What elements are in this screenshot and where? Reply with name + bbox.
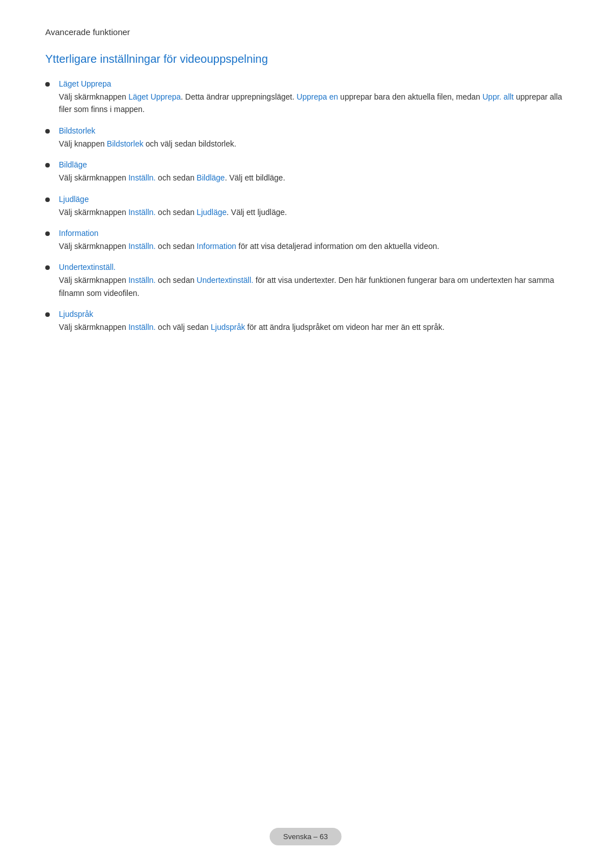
bullet-icon — [45, 231, 50, 236]
item-heading-bildstorlek: Bildstorlek — [59, 126, 566, 135]
list-item: LjudlägeVälj skärmknappen Inställn. och … — [45, 195, 566, 218]
inline-link[interactable]: Ljudspråk — [211, 323, 246, 332]
page-footer: Svenska – 63 — [270, 828, 342, 845]
item-description-bildstorlek: Välj knappen Bildstorlek och välj sedan … — [59, 137, 566, 150]
section-title: Ytterligare inställningar för videouppsp… — [45, 53, 566, 66]
item-heading-ljudlage: Ljudläge — [59, 195, 566, 204]
item-heading-laget-upprepa: Läget Upprepa — [59, 79, 566, 88]
inline-link[interactable]: Uppr. allt — [483, 92, 514, 101]
item-description-ljudlage: Välj skärmknappen Inställn. och sedan Lj… — [59, 206, 566, 218]
inline-link[interactable]: Inställn. — [128, 242, 156, 251]
item-content: InformationVälj skärmknappen Inställn. o… — [59, 229, 566, 252]
inline-link[interactable]: Inställn. — [128, 323, 156, 332]
list-item: InformationVälj skärmknappen Inställn. o… — [45, 229, 566, 252]
item-heading-bildlage: Bildläge — [59, 160, 566, 169]
item-heading-undertextinstall: Undertextinställ. — [59, 263, 566, 272]
bullet-icon — [45, 129, 50, 134]
inline-link[interactable]: Upprepa en — [296, 92, 338, 101]
inline-link[interactable]: Undertextinställ. — [197, 276, 253, 285]
list-item: LjudspråkVälj skärmknappen Inställn. och… — [45, 310, 566, 333]
bullet-icon — [45, 163, 50, 167]
inline-link[interactable]: Inställn. — [128, 276, 156, 285]
item-description-laget-upprepa: Välj skärmknappen Läget Upprepa. Detta ä… — [59, 91, 566, 116]
item-description-ljudsprak: Välj skärmknappen Inställn. och välj sed… — [59, 321, 566, 333]
item-content: BildlägeVälj skärmknappen Inställn. och … — [59, 160, 566, 184]
item-content: Läget UpprepaVälj skärmknappen Läget Upp… — [59, 79, 566, 116]
item-content: Undertextinställ.Välj skärmknappen Instä… — [59, 263, 566, 299]
list-item: Undertextinställ.Välj skärmknappen Instä… — [45, 263, 566, 299]
content-list: Läget UpprepaVälj skärmknappen Läget Upp… — [45, 79, 566, 334]
item-content: LjudlägeVälj skärmknappen Inställn. och … — [59, 195, 566, 218]
item-description-information: Välj skärmknappen Inställn. och sedan In… — [59, 240, 566, 252]
page-title: Avancerade funktioner — [45, 27, 566, 37]
list-item: BildstorlekVälj knappen Bildstorlek och … — [45, 126, 566, 150]
bullet-icon — [45, 265, 50, 270]
inline-link[interactable]: Läget Upprepa — [128, 92, 181, 101]
bullet-icon — [45, 82, 50, 87]
bullet-icon — [45, 197, 50, 202]
list-item: BildlägeVälj skärmknappen Inställn. och … — [45, 160, 566, 184]
item-heading-ljudsprak: Ljudspråk — [59, 310, 566, 319]
item-heading-information: Information — [59, 229, 566, 238]
inline-link[interactable]: Inställn. — [128, 208, 156, 217]
item-content: BildstorlekVälj knappen Bildstorlek och … — [59, 126, 566, 150]
inline-link[interactable]: Inställn. — [128, 173, 156, 182]
inline-link[interactable]: Information — [197, 242, 236, 251]
bullet-icon — [45, 312, 50, 317]
inline-link[interactable]: Ljudläge — [197, 208, 227, 217]
list-item: Läget UpprepaVälj skärmknappen Läget Upp… — [45, 79, 566, 116]
inline-link[interactable]: Bildläge — [197, 173, 225, 182]
inline-link[interactable]: Bildstorlek — [107, 139, 144, 148]
item-description-undertextinstall: Välj skärmknappen Inställn. och sedan Un… — [59, 274, 566, 299]
item-description-bildlage: Välj skärmknappen Inställn. och sedan Bi… — [59, 171, 566, 184]
item-content: LjudspråkVälj skärmknappen Inställn. och… — [59, 310, 566, 333]
